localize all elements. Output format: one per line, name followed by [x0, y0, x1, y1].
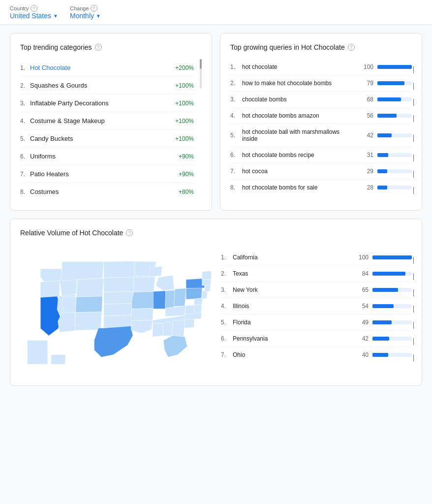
- country-info-icon[interactable]: ?: [31, 5, 37, 12]
- state-la: [131, 320, 153, 333]
- query-name: how to make hot chocolate bombs: [242, 80, 356, 87]
- query-item[interactable]: 1. hot chocolate 100: [230, 59, 412, 75]
- state-mt: [62, 262, 104, 281]
- state-ct: [204, 285, 211, 291]
- relative-volume-card: Relative Volume of Hot Chocolate ?: [10, 219, 422, 386]
- item-change: +100%: [175, 118, 194, 125]
- state-wy: [76, 279, 104, 297]
- bar-fill: [377, 133, 392, 137]
- bar-line: [413, 83, 414, 90]
- state-ga: [172, 320, 185, 338]
- region-bar: [372, 320, 412, 324]
- region-rank: 6.: [221, 335, 229, 342]
- header: Country ? United States ▼ Change ? Month…: [0, 0, 432, 25]
- region-rank: 5.: [221, 319, 229, 326]
- state-co: [76, 296, 103, 313]
- query-value: 79: [360, 80, 373, 87]
- region-item[interactable]: 4. Illinois 54: [221, 298, 412, 315]
- state-ar: [131, 308, 154, 321]
- trending-item[interactable]: 6. Uniforms +90%: [20, 148, 194, 165]
- state-wv: [185, 305, 194, 314]
- bar-line: [413, 115, 414, 122]
- bar-line: [413, 257, 414, 264]
- query-item[interactable]: 6. hot chocolate bombs recipe 31: [230, 147, 412, 163]
- region-rank: 3.: [221, 286, 229, 293]
- state-nd: [104, 261, 135, 278]
- region-item[interactable]: 7. Ohio 40: [221, 347, 412, 363]
- scroll-indicator[interactable]: [200, 59, 202, 89]
- change-dropdown[interactable]: Monthly ▼: [70, 12, 101, 20]
- bar-line: [413, 187, 414, 194]
- region-rank: 7.: [221, 351, 229, 358]
- queries-list: 1. hot chocolate 100 2. how to make hot …: [230, 59, 412, 195]
- query-item[interactable]: 2. how to make hot chocolate bombs 79: [230, 75, 412, 92]
- change-info-icon[interactable]: ?: [91, 5, 97, 12]
- state-sc: [185, 318, 194, 328]
- trending-info-icon[interactable]: ?: [95, 44, 102, 51]
- item-rank: 6.: [20, 153, 30, 160]
- item-change: +100%: [175, 82, 194, 89]
- bar-fill: [372, 288, 398, 292]
- region-value: 40: [355, 351, 369, 358]
- query-item[interactable]: 8. hot chocolate bombs for sale 28: [230, 180, 412, 195]
- query-rank: 1.: [230, 63, 238, 70]
- bar-line: [413, 289, 414, 296]
- query-item[interactable]: 7. hot cocoa 29: [230, 163, 412, 180]
- trending-item[interactable]: 2. Squashes & Gourds +100%: [20, 77, 194, 94]
- region-name: Texas: [233, 270, 351, 277]
- item-name: Inflatable Party Decorations: [30, 99, 175, 107]
- state-sd: [104, 277, 134, 292]
- state-ut: [62, 297, 76, 313]
- queries-title-text: Top growing queries in Hot Chocolate: [230, 43, 345, 51]
- item-rank: 2.: [20, 82, 30, 89]
- region-rank: 4.: [221, 303, 229, 310]
- change-label: Change: [70, 5, 89, 11]
- region-bar: [372, 272, 412, 276]
- item-rank: 4.: [20, 118, 30, 125]
- bar-fill: [377, 81, 404, 85]
- state-ia: [133, 277, 155, 292]
- queries-info-icon[interactable]: ?: [348, 44, 355, 51]
- bar-fill: [372, 272, 405, 276]
- query-name: hot cocoa: [242, 168, 356, 175]
- query-name: hot chocolate: [242, 63, 356, 70]
- bar-line: [413, 354, 414, 361]
- state-ak: [28, 341, 48, 365]
- query-item[interactable]: 4. hot chocolate bombs amazon 56: [230, 108, 412, 124]
- query-rank: 4.: [230, 112, 238, 119]
- region-item[interactable]: 6. Pennsylvania 42: [221, 331, 412, 347]
- bar-fill: [377, 114, 397, 118]
- query-item[interactable]: 5. hot chocolate ball with marshmallows …: [230, 124, 412, 147]
- main-content: Top trending categories ? 1. Hot Chocola…: [0, 25, 432, 394]
- country-chevron-icon: ▼: [53, 13, 58, 19]
- query-item[interactable]: 3. chocolate bombs 68: [230, 92, 412, 108]
- region-value: 84: [355, 270, 369, 277]
- volume-info-icon[interactable]: ?: [126, 229, 133, 236]
- region-item[interactable]: 2. Texas 84: [221, 266, 412, 282]
- region-item[interactable]: 3. New York 65: [221, 282, 412, 298]
- state-tx: [94, 326, 133, 357]
- bar-line: [413, 306, 414, 313]
- trending-item[interactable]: 3. Inflatable Party Decorations +100%: [20, 94, 194, 112]
- bar-line: [413, 66, 414, 73]
- item-rank: 1.: [20, 64, 30, 71]
- region-item[interactable]: 5. Florida 49: [221, 315, 412, 331]
- state-ks: [104, 303, 133, 316]
- state-in: [165, 290, 175, 308]
- trending-item[interactable]: 7. Patio Heaters +90%: [20, 165, 194, 183]
- trending-item[interactable]: 1. Hot Chocolate +200%: [20, 59, 194, 77]
- trending-item[interactable]: 5. Candy Buckets +100%: [20, 130, 194, 148]
- region-name: Pennsylvania: [233, 335, 351, 342]
- state-mi: [155, 276, 174, 290]
- item-change: +200%: [175, 64, 194, 71]
- country-dropdown[interactable]: United States ▼: [10, 12, 58, 20]
- bar-fill: [377, 169, 387, 173]
- trending-item[interactable]: 8. Costumes +80%: [20, 183, 194, 200]
- region-value: 65: [355, 286, 369, 293]
- change-value: Monthly: [70, 12, 94, 20]
- bar-fill: [372, 255, 412, 259]
- region-bar: [372, 255, 412, 259]
- bar-fill: [377, 65, 412, 69]
- trending-item[interactable]: 4. Costume & Stage Makeup +100%: [20, 112, 194, 130]
- region-item[interactable]: 1. California 100: [221, 250, 412, 266]
